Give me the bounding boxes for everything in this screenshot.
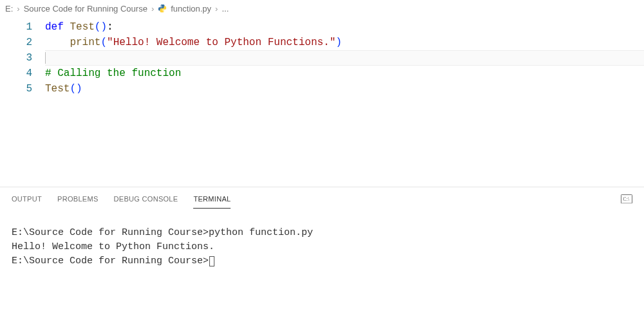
breadcrumb-file[interactable]: function.py bbox=[171, 4, 211, 14]
breadcrumb-symbol[interactable]: ... bbox=[222, 4, 229, 14]
terminal-cursor bbox=[209, 256, 214, 266]
chevron-right-icon: › bbox=[151, 4, 154, 14]
terminal-launch-icon[interactable]: C:\ bbox=[621, 194, 632, 203]
tab-debug-console[interactable]: DEBUG CONSOLE bbox=[114, 190, 178, 208]
breadcrumb: E: › Source Code for Running Course › fu… bbox=[0, 0, 644, 17]
code-line[interactable]: # Calling the function bbox=[45, 66, 644, 81]
code-line[interactable]: print("Hello! Welcome to Python Function… bbox=[45, 35, 644, 50]
terminal-prompt: E:\Source Code for Running Course> bbox=[12, 256, 209, 266]
tab-terminal[interactable]: TERMINAL bbox=[193, 190, 231, 209]
code-editor[interactable]: 1 2 3 4 5 def Test(): print("Hello! Welc… bbox=[0, 17, 644, 187]
code-line-active[interactable] bbox=[45, 50, 644, 66]
terminal-line: Hello! Welcome to Python Functions. bbox=[12, 240, 632, 254]
code-line[interactable]: def Test(): bbox=[45, 19, 644, 35]
chevron-right-icon: › bbox=[215, 4, 218, 14]
line-number: 2 bbox=[0, 35, 32, 50]
tab-problems[interactable]: PROBLEMS bbox=[57, 190, 99, 208]
line-number: 3 bbox=[0, 50, 32, 66]
line-number: 5 bbox=[0, 81, 32, 97]
python-file-icon bbox=[158, 4, 167, 13]
breadcrumb-folder[interactable]: Source Code for Running Course bbox=[24, 4, 147, 14]
panel-tab-bar: OUTPUT PROBLEMS DEBUG CONSOLE TERMINAL C… bbox=[0, 187, 644, 210]
code-area[interactable]: def Test(): print("Hello! Welcome to Pyt… bbox=[45, 19, 644, 187]
line-number: 4 bbox=[0, 66, 32, 81]
terminal-line: E:\Source Code for Running Course>python… bbox=[12, 226, 632, 240]
tab-output[interactable]: OUTPUT bbox=[12, 190, 42, 208]
terminal-output[interactable]: E:\Source Code for Running Course>python… bbox=[0, 210, 644, 336]
line-number: 1 bbox=[0, 19, 32, 35]
code-line[interactable]: Test() bbox=[45, 81, 644, 97]
chevron-right-icon: › bbox=[17, 4, 19, 14]
svg-text:C:\: C:\ bbox=[623, 197, 630, 202]
breadcrumb-drive[interactable]: E: bbox=[5, 4, 13, 14]
line-number-gutter: 1 2 3 4 5 bbox=[0, 19, 45, 187]
bottom-panel: OUTPUT PROBLEMS DEBUG CONSOLE TERMINAL C… bbox=[0, 187, 644, 336]
